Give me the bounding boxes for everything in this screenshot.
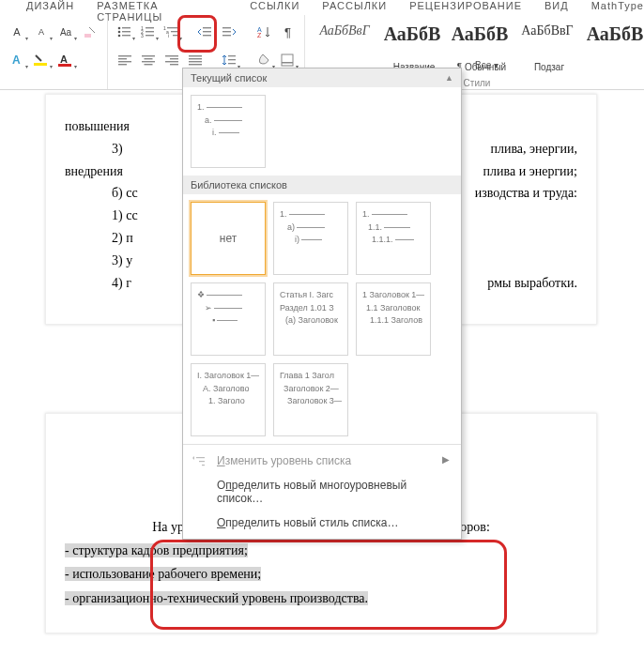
list-thumb-current[interactable]: 1. a. i. [191,95,266,168]
svg-rect-51 [282,62,293,64]
svg-rect-48 [228,59,236,60]
svg-text:Z: Z [257,32,262,38]
tab-design[interactable]: ДИЗАЙН [26,0,74,11]
doc-text: - структура кадров предприятия; [65,539,577,562]
doc-text: - использование рабочего времени; [65,562,577,586]
svg-rect-33 [118,61,131,62]
list-thumb[interactable]: ❖ ➢ ▪ [191,282,266,356]
multilevel-dropdown: Текущий список ▲ 1. a. i. Библиотека спи… [182,68,462,540]
menu-define-multilevel[interactable]: Определить новый многоуровневый список… [183,473,461,511]
svg-rect-53 [199,461,205,462]
change-case-icon[interactable]: Aa▾ [56,23,75,41]
tab-references[interactable]: ССЫЛКИ [250,0,299,11]
svg-rect-26 [222,27,231,28]
svg-rect-12 [146,27,154,28]
decrease-indent-icon[interactable] [197,23,215,41]
style-card-3[interactable]: АаБбВвГ [514,17,581,64]
svg-rect-49 [228,63,236,64]
style-gallery[interactable]: АаБбВвГ АаБбВ АаБбВ АаБбВвГ АаБбВ [311,17,644,64]
borders-icon[interactable]: ▾ [279,51,297,69]
svg-rect-24 [203,31,211,32]
svg-rect-0 [84,34,91,38]
glow-icon[interactable]: A▾ [8,51,26,69]
svg-rect-37 [142,61,155,62]
svg-rect-6 [122,27,130,28]
svg-rect-36 [144,58,152,59]
align-left-icon[interactable] [115,51,133,69]
numbering-icon[interactable]: 123▾ [139,23,157,41]
svg-rect-42 [170,64,178,65]
dd-menu: ИИзменить уровень списказменить уровень … [183,445,461,539]
svg-rect-52 [196,457,205,458]
svg-rect-16 [146,35,154,36]
align-center-icon[interactable] [139,51,157,69]
svg-point-5 [117,27,120,30]
tab-mathtype[interactable]: MathType [591,0,644,11]
svg-rect-43 [189,55,202,56]
svg-rect-22 [173,35,177,36]
svg-rect-20 [171,31,177,32]
svg-rect-44 [189,58,202,59]
style-card-1[interactable]: АаБбВ [378,17,446,64]
style-card-4[interactable]: АаБбВ [581,17,644,64]
line-spacing-icon[interactable]: ▾ [221,51,238,69]
svg-rect-32 [118,58,127,59]
svg-rect-23 [203,27,211,28]
style-name-3: Подзаг [515,62,583,72]
bullets-icon[interactable]: ▾ [115,23,133,41]
svg-text:i: i [168,33,169,38]
doc-text: - организационно-технический уровень про… [65,587,577,610]
sort-icon[interactable]: AZ [255,23,273,41]
svg-rect-47 [228,55,236,56]
style-card-0[interactable]: АаБбВвГ [311,17,378,64]
menu-change-level: ИИзменить уровень списказменить уровень … [183,449,461,473]
list-thumb[interactable]: Статья I. Загс Раздел 1.01 З (a) Заголов… [273,282,348,356]
list-thumb[interactable]: 1. a) i) [273,202,348,275]
svg-rect-27 [222,31,231,32]
highlight-icon[interactable]: ▾ [32,51,51,69]
align-justify-icon[interactable] [186,51,204,69]
list-thumb[interactable]: 1. 1.1. 1.1.1. [356,202,431,275]
svg-rect-31 [118,55,131,56]
ribbon-tabs: ДИЗАЙН РАЗМЕТКА СТРАНИЦЫ ССЫЛКИ РАССЫЛКИ… [0,0,644,15]
align-right-icon[interactable] [162,51,180,69]
svg-rect-38 [144,64,152,65]
svg-rect-2 [34,63,47,66]
list-thumb[interactable]: I. Заголовок 1— A. Заголово 1. Заголо [191,363,266,436]
svg-rect-25 [203,35,211,36]
tab-mailings[interactable]: РАССЫЛКИ [322,0,387,11]
decrease-font-icon[interactable]: A▾ [32,23,51,41]
shading-icon[interactable]: ▾ [255,51,273,69]
svg-rect-35 [142,55,155,56]
svg-rect-39 [165,55,178,56]
list-thumb-none[interactable]: нет [191,202,266,275]
svg-rect-46 [189,64,202,65]
svg-rect-41 [165,61,178,62]
dd-header-current: Текущий список ▲ [183,69,461,87]
svg-rect-45 [189,61,202,62]
svg-rect-50 [282,54,293,66]
multilevel-list-icon[interactable]: 1ai▾ [162,23,180,41]
tab-review[interactable]: РЕЦЕНЗИРОВАНИЕ [409,0,522,11]
svg-rect-8 [122,31,130,32]
style-card-2[interactable]: АаБбВ [446,17,514,64]
svg-rect-34 [118,64,127,65]
list-thumb[interactable]: Глава 1 Загол Заголовок 2— Заголовок 3— [273,363,348,436]
font-color-icon[interactable]: A▾ [56,51,75,69]
list-thumb[interactable]: 1 Заголовок 1— 1.1 Заголовок 1.1.1 Загол… [356,282,431,356]
svg-rect-10 [122,35,130,36]
svg-rect-14 [146,31,154,32]
dd-header-library: Библиотека списков [183,175,461,194]
svg-text:A: A [60,53,68,65]
show-marks-icon[interactable]: ¶ [279,23,297,41]
menu-define-style[interactable]: Определить новый стиль списка… [183,511,461,535]
svg-text:3: 3 [141,33,144,38]
clear-format-icon[interactable] [81,23,100,41]
increase-font-icon[interactable]: A▾ [8,23,26,41]
svg-rect-54 [202,465,205,465]
increase-indent-icon[interactable] [221,23,238,41]
svg-point-7 [117,31,120,34]
svg-text:A: A [12,53,21,67]
tab-view[interactable]: ВИД [544,0,569,11]
svg-point-9 [117,35,120,38]
